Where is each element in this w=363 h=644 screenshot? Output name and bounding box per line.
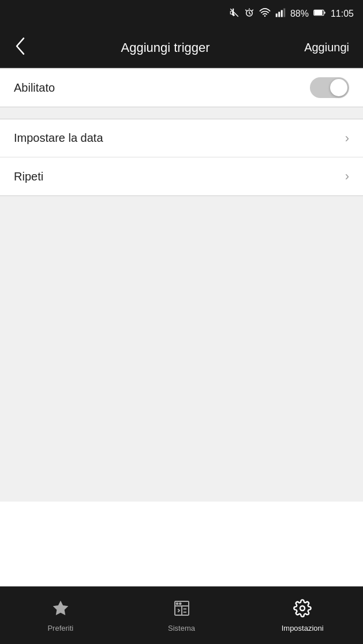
- section-gap-1: [0, 107, 363, 119]
- sistema-icon: [173, 599, 191, 620]
- empty-content-area: [0, 196, 363, 502]
- wifi-icon: [259, 7, 271, 20]
- header: Aggiungi trigger Aggiungi: [0, 28, 363, 68]
- svg-rect-7: [283, 9, 285, 17]
- abilitato-row[interactable]: Abilitato: [0, 69, 363, 107]
- alarm-icon: [244, 7, 255, 20]
- svg-rect-6: [281, 10, 283, 17]
- back-button[interactable]: [9, 32, 31, 63]
- svg-point-16: [300, 606, 305, 611]
- toggle-thumb: [330, 79, 347, 96]
- signal-icon: [275, 7, 286, 20]
- tab-bar: Preferiti Sistema Impostazioni: [0, 586, 363, 644]
- abilitato-toggle[interactable]: [310, 77, 349, 98]
- page-title: Aggiungi trigger: [31, 40, 300, 55]
- chevron-icon-2: ›: [345, 169, 349, 184]
- status-icons: 88% 11:05: [229, 7, 354, 20]
- svg-rect-9: [315, 10, 323, 15]
- svg-rect-5: [278, 12, 280, 17]
- add-button[interactable]: Aggiungi: [300, 36, 354, 59]
- preferiti-label: Preferiti: [47, 624, 73, 632]
- tab-sistema[interactable]: Sistema: [121, 592, 242, 639]
- chevron-right-1: ›: [345, 131, 349, 146]
- abilitato-label: Abilitato: [14, 81, 55, 95]
- tab-impostazioni[interactable]: Impostazioni: [242, 592, 363, 639]
- abilitato-section: Abilitato: [0, 68, 363, 107]
- battery-icon: [313, 9, 326, 19]
- svg-point-15: [179, 602, 181, 604]
- impostazioni-label: Impostazioni: [282, 624, 324, 632]
- sistema-label: Sistema: [168, 624, 195, 632]
- impostare-la-data-row[interactable]: Impostare la data ›: [0, 119, 363, 157]
- settings-icon: [293, 599, 312, 620]
- ripeti-label: Ripeti: [14, 170, 43, 183]
- ripeti-row[interactable]: Ripeti ›: [0, 157, 363, 195]
- chevron-right-2: ›: [345, 169, 349, 184]
- tab-preferiti[interactable]: Preferiti: [0, 592, 121, 639]
- toggle-track: [310, 77, 349, 98]
- status-bar: 88% 11:05: [0, 0, 363, 28]
- star-icon: [51, 599, 70, 620]
- navigation-section: Impostare la data › Ripeti ›: [0, 119, 363, 196]
- battery-percent: 88%: [290, 9, 309, 19]
- svg-point-3: [264, 16, 266, 17]
- mute-icon: [229, 7, 239, 20]
- svg-rect-4: [276, 14, 278, 17]
- chevron-icon-1: ›: [345, 131, 349, 146]
- svg-marker-10: [53, 600, 68, 615]
- svg-point-14: [176, 602, 178, 604]
- toggle-container-wrapper: [310, 77, 349, 98]
- time-display: 11:05: [331, 9, 354, 19]
- impostare-la-data-label: Impostare la data: [14, 131, 103, 145]
